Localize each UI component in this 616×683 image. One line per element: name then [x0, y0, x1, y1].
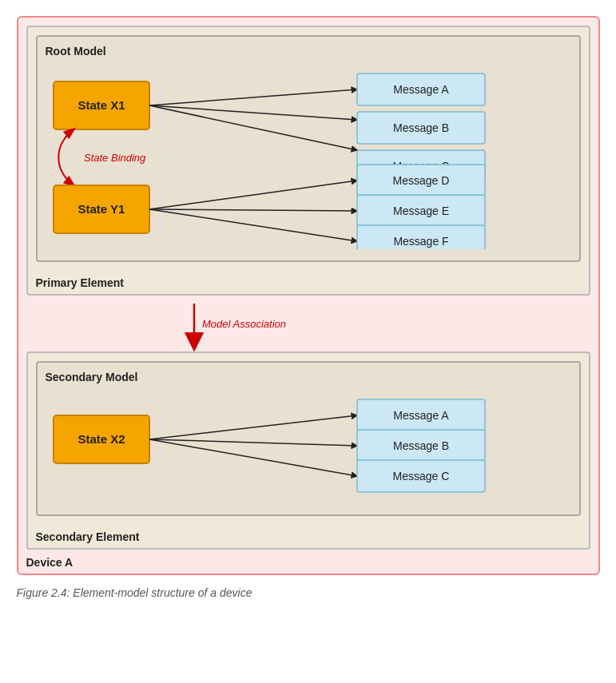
- model-assoc-label: Model Association: [202, 318, 286, 330]
- root-model-label: Root Model: [46, 45, 571, 58]
- secondary-element-box: Secondary Model State X2: [26, 351, 590, 550]
- figure-container: Root Model State X1: [17, 16, 600, 599]
- state-y1-label: State Y1: [77, 202, 125, 216]
- device-box: Root Model State X1: [17, 16, 600, 575]
- msg-d-top: Message D: [392, 174, 449, 187]
- state-x1-label: State X1: [77, 98, 125, 112]
- msg-b-top: Message B: [392, 121, 448, 134]
- msg-c-bottom: Message C: [392, 470, 449, 482]
- secondary-element-label: Secondary Element: [36, 530, 140, 543]
- state-binding-label: State Binding: [84, 152, 146, 164]
- primary-element-label: Primary Element: [36, 276, 125, 289]
- svg-line-5: [149, 181, 357, 209]
- secondary-model-box: Secondary Model State X2: [36, 361, 581, 516]
- svg-line-6: [149, 209, 357, 211]
- msg-e-top: Message E: [392, 205, 448, 217]
- state-x2-label: State X2: [77, 432, 125, 446]
- msg-a-bottom: Message A: [393, 409, 449, 422]
- primary-element-box: Root Model State X1: [26, 26, 590, 296]
- svg-line-2: [149, 89, 357, 105]
- root-model-box: Root Model State X1: [36, 35, 581, 262]
- device-label: Device A: [26, 556, 74, 569]
- msg-f-top: Message F: [393, 235, 448, 248]
- msg-b-bottom: Message B: [392, 439, 448, 452]
- figure-caption: Figure 2.4: Element-model structure of a…: [17, 586, 600, 599]
- root-model-diagram: State X1: [46, 66, 541, 249]
- svg-line-16: [149, 415, 357, 439]
- model-association-area: Model Association: [26, 304, 590, 351]
- secondary-model-label: Secondary Model: [46, 371, 571, 383]
- svg-line-7: [149, 209, 357, 241]
- model-assoc-svg: Model Association: [26, 304, 522, 351]
- msg-a-top: Message A: [393, 83, 449, 96]
- secondary-model-diagram: State X2 Message A Message B Message C: [46, 391, 541, 503]
